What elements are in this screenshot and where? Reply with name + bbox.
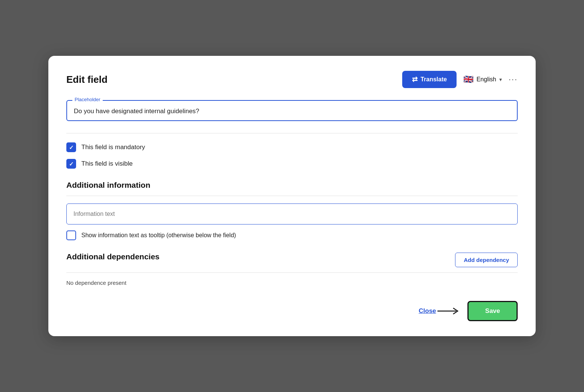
language-selector[interactable]: 🇬🇧 English ▾: [463, 75, 502, 84]
modal-footer: Close Save: [66, 301, 518, 321]
additional-deps-heading: Additional dependencies: [66, 252, 160, 261]
save-button[interactable]: Save: [467, 301, 518, 321]
footer-close-arrow: Close: [419, 307, 460, 316]
checkbox-group: ✓ This field is mandatory ✓ This field i…: [66, 142, 518, 169]
modal-overlay: Edit field ⇄ Translate 🇬🇧 English ▾ ··· …: [0, 0, 584, 392]
additional-info-section: Additional information Show information …: [66, 181, 518, 240]
flag-icon: 🇬🇧: [463, 75, 473, 84]
checkbox-check-icon: ✓: [69, 145, 74, 150]
additional-info-heading: Additional information: [66, 181, 518, 190]
info-input-wrapper: [66, 203, 518, 224]
divider-3: [66, 272, 518, 273]
tooltip-checkbox[interactable]: [66, 230, 76, 240]
header-actions: ⇄ Translate 🇬🇧 English ▾ ···: [402, 71, 518, 88]
arrow-icon: [437, 307, 460, 316]
chevron-down-icon: ▾: [499, 76, 502, 82]
more-options-icon[interactable]: ···: [509, 75, 518, 84]
placeholder-input[interactable]: [74, 108, 510, 115]
visible-checkbox-row: ✓ This field is visible: [66, 159, 518, 169]
translate-button[interactable]: ⇄ Translate: [402, 71, 457, 88]
language-label: English: [476, 76, 496, 83]
placeholder-label: Placeholder: [72, 97, 103, 102]
deps-header: Additional dependencies Add dependency: [66, 252, 518, 267]
info-text-input[interactable]: [73, 211, 511, 217]
modal-title: Edit field: [66, 74, 108, 85]
visible-label: This field is visible: [81, 160, 133, 168]
mandatory-checkbox-row: ✓ This field is mandatory: [66, 142, 518, 152]
close-button[interactable]: Close: [419, 307, 436, 315]
mandatory-label: This field is mandatory: [81, 144, 145, 151]
translate-icon: ⇄: [412, 75, 418, 84]
divider-2: [66, 196, 518, 196]
tooltip-checkbox-row: Show information text as tooltip (otherw…: [66, 230, 518, 240]
edit-field-modal: Edit field ⇄ Translate 🇬🇧 English ▾ ··· …: [48, 56, 536, 336]
tooltip-label: Show information text as tooltip (otherw…: [81, 232, 236, 239]
placeholder-group: Placeholder: [66, 100, 518, 121]
translate-label: Translate: [421, 76, 447, 83]
mandatory-checkbox[interactable]: ✓: [66, 142, 76, 152]
visible-checkbox[interactable]: ✓: [66, 159, 76, 169]
no-dependence-text: No dependence present: [66, 280, 518, 286]
add-dependency-button[interactable]: Add dependency: [455, 253, 518, 267]
arrow-svg: [437, 307, 460, 316]
divider-1: [66, 133, 518, 133]
modal-header: Edit field ⇄ Translate 🇬🇧 English ▾ ···: [66, 71, 518, 88]
additional-deps-section: Additional dependencies Add dependency N…: [66, 252, 518, 286]
checkbox-check-icon-2: ✓: [69, 161, 74, 167]
